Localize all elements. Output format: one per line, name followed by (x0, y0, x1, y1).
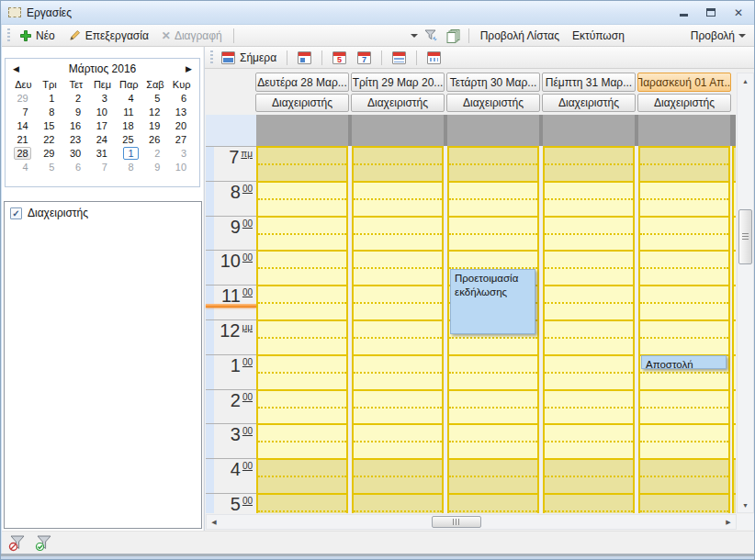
scroll-right-icon[interactable]: ▶ (721, 515, 736, 529)
resource-list-item[interactable]: ✓Διαχειριστής (8, 206, 197, 220)
maximize-button[interactable] (704, 6, 717, 19)
time-slot[interactable] (354, 389, 442, 424)
mini-calendar-day[interactable]: 18 (116, 120, 142, 131)
mini-calendar-day[interactable]: 29 (37, 148, 63, 159)
mini-calendar-day[interactable]: 9 (62, 106, 89, 118)
next-month-icon[interactable]: ▶ (186, 64, 192, 73)
mini-calendar-day[interactable]: 8 (116, 162, 142, 173)
mini-calendar-day[interactable]: 19 (142, 120, 169, 131)
time-slot[interactable] (258, 354, 346, 389)
time-slot[interactable] (258, 146, 346, 181)
time-slot[interactable] (640, 216, 728, 251)
copy-pages-button[interactable] (445, 28, 461, 43)
time-slot[interactable] (258, 216, 346, 251)
time-slot[interactable] (354, 319, 442, 354)
vertical-scrollbar[interactable]: ▲ ▼ (737, 73, 754, 513)
time-slot[interactable] (258, 285, 346, 319)
mini-calendar-day[interactable]: 30 (62, 148, 89, 159)
appointment[interactable]: Προετοιμασία εκδήλωσης (450, 269, 535, 335)
all-day-area[interactable] (543, 115, 635, 146)
time-slot[interactable] (449, 146, 537, 181)
mini-calendar-day[interactable]: 20 (168, 120, 195, 131)
mini-calendar-day[interactable]: 22 (37, 134, 63, 145)
appointment[interactable]: Αποστολή ενημε (641, 355, 727, 369)
time-slot[interactable] (258, 458, 346, 493)
time-slot[interactable] (354, 250, 442, 285)
mini-calendar-day[interactable]: 29 (10, 93, 37, 104)
horizontal-scrollbar[interactable]: ◀ ▶ (206, 514, 737, 530)
mini-calendar-day[interactable]: 4 (10, 162, 37, 173)
mini-calendar-day[interactable]: 1 (37, 93, 63, 104)
timeline-view-button[interactable] (424, 50, 444, 66)
mini-calendar-day[interactable]: 24 (89, 134, 116, 145)
mini-calendar-day[interactable]: 2 (62, 93, 89, 104)
mini-calendar-day[interactable]: 16 (62, 120, 89, 131)
time-slot[interactable] (449, 493, 537, 513)
time-slot[interactable] (640, 250, 728, 285)
all-day-area[interactable] (447, 115, 539, 146)
mini-calendar-day[interactable]: 8 (37, 106, 63, 118)
view-menu-button[interactable]: Προβολή (687, 28, 749, 44)
time-slot[interactable] (449, 389, 537, 424)
resource-header[interactable]: Διαχειριστής (542, 94, 636, 112)
time-slot[interactable] (258, 423, 346, 458)
mini-calendar-day[interactable]: 5 (37, 162, 63, 173)
mini-calendar-day[interactable]: 4 (116, 93, 142, 104)
time-slot[interactable] (545, 458, 633, 493)
time-slot[interactable] (354, 458, 442, 493)
scroll-down-icon[interactable]: ▼ (738, 498, 753, 512)
resource-header[interactable]: Διαχειριστής (446, 94, 540, 112)
close-button[interactable]: ✕ (732, 6, 745, 19)
time-slot[interactable] (449, 181, 537, 216)
time-slot[interactable] (545, 146, 633, 181)
time-slot[interactable] (545, 319, 633, 354)
mini-calendar-day[interactable]: 13 (168, 106, 195, 118)
time-slot[interactable] (354, 493, 442, 513)
resource-header[interactable]: Διαχειριστής (351, 94, 445, 112)
scroll-up-icon[interactable]: ▲ (738, 73, 753, 88)
mini-calendar-day[interactable]: 6 (168, 93, 195, 104)
filter-button[interactable] (423, 28, 440, 43)
time-slot[interactable] (545, 354, 633, 389)
mini-calendar-day[interactable]: 17 (89, 120, 116, 131)
time-slot[interactable] (640, 146, 728, 181)
day-column[interactable] (256, 146, 348, 513)
mini-calendar-title[interactable]: Μάρτιος 2016 (19, 62, 186, 75)
time-slot[interactable] (354, 181, 442, 216)
print-button[interactable]: Εκτύπωση (569, 28, 628, 44)
month-view-button[interactable] (389, 50, 409, 66)
time-slot[interactable] (640, 493, 728, 513)
time-slot[interactable] (258, 493, 346, 513)
mini-calendar-day[interactable]: 1 (116, 148, 142, 159)
day-header[interactable]: Δευτέρα 28 Μαρ... (255, 73, 349, 92)
time-slot[interactable] (640, 458, 728, 493)
mini-calendar-day[interactable]: 3 (168, 148, 195, 159)
week-view-button[interactable]: 7 (355, 50, 374, 66)
mini-calendar-day[interactable]: 3 (89, 93, 116, 104)
dropdown-arrow-icon[interactable] (411, 34, 418, 41)
time-slot[interactable] (449, 423, 537, 458)
today-button[interactable]: Σήμερα (219, 50, 279, 66)
mini-calendar-day[interactable]: 28 (10, 148, 37, 159)
day-column[interactable] (638, 146, 730, 513)
mini-calendar-day[interactable]: 2 (142, 148, 169, 159)
time-slot[interactable] (640, 319, 728, 354)
mini-calendar-day[interactable]: 31 (89, 148, 116, 159)
day-column[interactable] (543, 146, 635, 513)
time-slot[interactable] (545, 216, 633, 251)
mini-calendar-day[interactable]: 12 (142, 106, 169, 118)
edit-button[interactable]: Επεξεργασία (64, 27, 152, 44)
time-slot[interactable] (545, 389, 633, 424)
time-slot[interactable] (258, 181, 346, 216)
mini-calendar-day[interactable]: 27 (168, 134, 195, 145)
all-day-area[interactable] (638, 115, 730, 146)
work-week-view-button[interactable]: 5 (330, 50, 349, 66)
day-header[interactable]: Παρασκευή 01 Απ... (637, 73, 731, 92)
mini-calendar-day[interactable]: 7 (89, 162, 116, 173)
resource-header[interactable]: Διαχειριστής (255, 94, 349, 112)
minimize-button[interactable] (677, 6, 690, 19)
time-slot[interactable] (640, 181, 728, 216)
delete-button[interactable]: ✕ Διαγραφή (158, 28, 226, 44)
mini-calendar-day[interactable]: 10 (89, 106, 116, 118)
time-slot[interactable] (258, 250, 346, 285)
